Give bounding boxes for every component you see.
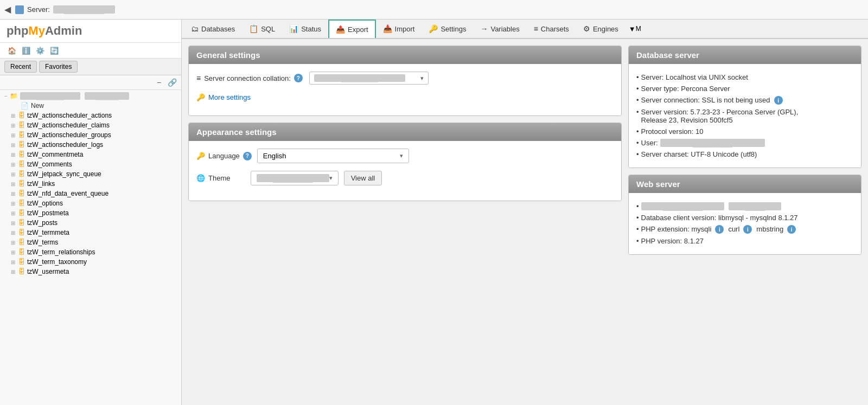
home-icon[interactable]: 🏠 bbox=[7, 45, 17, 56]
collation-list-icon: ≡ bbox=[196, 74, 201, 82]
tree-item[interactable]: ⊞ 🗄 tzW_comments bbox=[0, 159, 181, 169]
tab-export[interactable]: 📤 Export bbox=[328, 20, 376, 39]
web-server-title: Web server bbox=[636, 179, 680, 189]
php-ext-mbstring: mbstring bbox=[756, 225, 783, 233]
mbstring-info-icon[interactable]: i bbox=[787, 225, 796, 234]
content-area: 🗂 Databases 📋 SQL 📊 Status 📤 Export 📥 Im… bbox=[182, 20, 868, 405]
tree-item[interactable]: ⊞ 🗄 tzW_actionscheduler_groups bbox=[0, 130, 181, 140]
tree-item[interactable]: ⊞ 🗄 tzW_term_relationships bbox=[0, 247, 181, 257]
expand-icon: ⊞ bbox=[11, 113, 15, 119]
tab-favorites[interactable]: Favorites bbox=[39, 61, 78, 73]
collation-value-blurred: ████████ bbox=[314, 74, 405, 82]
databases-icon: 🗂 bbox=[191, 24, 199, 33]
collapse-button[interactable]: − bbox=[154, 78, 164, 87]
tree-item[interactable]: ⊞ 🗄 tzW_actionscheduler_logs bbox=[0, 140, 181, 150]
tree-item[interactable]: ⊞ 🗄 tzW_usermeta bbox=[0, 267, 181, 277]
db-server-item: Server charset: UTF-8 Unicode (utf8) bbox=[636, 149, 853, 160]
language-help-icon[interactable]: ? bbox=[243, 152, 252, 160]
php-ext-curl: curl bbox=[728, 225, 739, 233]
db-icon: 🗄 bbox=[18, 248, 25, 256]
language-row: 🔑 Language ? English ▾ bbox=[196, 149, 614, 163]
import-icon: 📥 bbox=[383, 24, 392, 33]
tab-sql[interactable]: 📋 SQL bbox=[242, 20, 282, 38]
database-server-title: Database server bbox=[636, 50, 699, 60]
tree-item[interactable]: ⊞ 🗄 tzW_links bbox=[0, 179, 181, 189]
db-server-item: Server: Localhost via UNIX socket bbox=[636, 72, 853, 83]
tree-item[interactable]: ⊞ 🗄 tzW_actionscheduler_actions bbox=[0, 111, 181, 120]
general-settings-body: ≡ Server connection collation: ? ███████… bbox=[189, 64, 621, 115]
tab-status[interactable]: 📊 Status bbox=[282, 20, 328, 38]
tree-item-new[interactable]: 📄 New bbox=[0, 101, 181, 111]
language-label-wrap: 🔑 Language ? bbox=[196, 152, 252, 160]
tree-item[interactable]: ⊞ 🗄 tzW_terms bbox=[0, 237, 181, 247]
tree-root[interactable]: − 📁 ██████ █████ bbox=[0, 91, 181, 101]
charsets-label: Charsets bbox=[541, 25, 569, 33]
tree-item[interactable]: ⊞ 🗄 tzW_posts bbox=[0, 218, 181, 228]
tab-import[interactable]: 📥 Import bbox=[376, 20, 422, 38]
db-server-text: Server version: 5.7.23-23 - Percona Serv… bbox=[641, 108, 799, 124]
tree-item[interactable]: ⊞ 🗄 tzW_postmeta bbox=[0, 208, 181, 218]
expand-icon: ⊞ bbox=[11, 210, 15, 216]
tree-item[interactable]: ⊞ 🗄 tzW_term_taxonomy bbox=[0, 257, 181, 267]
root-name2-blurred: █████ bbox=[85, 92, 130, 100]
theme-label: Theme bbox=[208, 174, 230, 182]
link-button[interactable]: 🔗 bbox=[167, 78, 177, 87]
tab-variables[interactable]: → Variables bbox=[473, 20, 526, 38]
theme-label-wrap: 🌐 Theme bbox=[196, 174, 245, 182]
tab-engines[interactable]: ⚙ Engines bbox=[576, 20, 626, 38]
collation-select[interactable]: ████████ ▾ bbox=[309, 72, 429, 85]
general-settings-title: General settings bbox=[196, 50, 260, 60]
nav-more-button[interactable]: ▼ M bbox=[626, 20, 644, 38]
more-settings-row: 🔑 More settings bbox=[196, 91, 614, 101]
item-label: tzW_term_relationships bbox=[27, 248, 95, 256]
settings-label: Settings bbox=[441, 25, 466, 33]
tree-item[interactable]: ⊞ 🗄 tzW_options bbox=[0, 198, 181, 208]
language-value: English bbox=[263, 152, 286, 160]
expand-icon: ⊞ bbox=[11, 152, 15, 158]
curl-info-icon[interactable]: i bbox=[743, 225, 752, 234]
tab-charsets[interactable]: ≡ Charsets bbox=[527, 20, 576, 38]
info-icon[interactable]: ℹ️ bbox=[21, 45, 31, 56]
settings-icon[interactable]: ⚙️ bbox=[35, 45, 46, 56]
sidebar-logo: phpMyAdmin bbox=[0, 20, 181, 43]
db-server-item: Server connection: SSL is not being used… bbox=[636, 94, 853, 106]
expand-icon: ⊞ bbox=[11, 162, 15, 168]
refresh-icon[interactable]: 🔄 bbox=[49, 45, 60, 56]
view-all-button[interactable]: View all bbox=[344, 171, 382, 185]
db-icon: 🗄 bbox=[18, 258, 25, 266]
expand-icon: ⊞ bbox=[11, 171, 15, 177]
export-label: Export bbox=[348, 25, 368, 34]
tree-item[interactable]: ⊞ 🗄 tzW_commentmeta bbox=[0, 150, 181, 159]
expand-icon: ⊞ bbox=[11, 240, 15, 246]
tree-item[interactable]: ⊞ 🗄 tzW_nfd_data_event_queue bbox=[0, 189, 181, 198]
engines-icon: ⚙ bbox=[583, 24, 590, 33]
more-settings-link[interactable]: 🔑 More settings bbox=[196, 93, 251, 101]
ssl-info-icon[interactable]: i bbox=[774, 96, 783, 105]
tree-item[interactable]: ⊞ 🗄 tzW_termmeta bbox=[0, 228, 181, 237]
server-text: Server: bbox=[27, 5, 50, 14]
collation-label-text: Server connection collation: bbox=[204, 74, 291, 82]
top-bar: ◀ Server: ████████ bbox=[0, 0, 868, 20]
import-label: Import bbox=[395, 25, 415, 33]
db-server-item: Server type: Percona Server bbox=[636, 83, 853, 94]
db-icon: 🗄 bbox=[18, 180, 25, 188]
tree-item[interactable]: ⊞ 🗄 tzW_actionscheduler_claims bbox=[0, 120, 181, 130]
back-button[interactable]: ◀ bbox=[4, 4, 11, 15]
language-chevron: ▾ bbox=[400, 152, 403, 159]
appearance-settings-header: Appearance settings bbox=[189, 123, 621, 141]
tab-databases[interactable]: 🗂 Databases bbox=[184, 20, 242, 38]
item-label: tzW_actionscheduler_logs bbox=[27, 141, 103, 149]
collation-help-icon[interactable]: ? bbox=[294, 74, 303, 82]
key-icon: 🔑 bbox=[196, 93, 205, 101]
theme-chevron: ▾ bbox=[329, 175, 333, 182]
logo-admin: Admin bbox=[45, 24, 82, 37]
tree-item[interactable]: ⊞ 🗄 tzW_jetpack_sync_queue bbox=[0, 169, 181, 179]
language-select[interactable]: English ▾ bbox=[257, 149, 409, 163]
content-scroll: General settings ≡ Server connection col… bbox=[182, 39, 868, 405]
theme-select[interactable]: ████████ ▾ bbox=[251, 171, 339, 185]
expand-icon: ⊞ bbox=[11, 123, 15, 128]
tab-settings[interactable]: 🔑 Settings bbox=[422, 20, 473, 38]
theme-value-blurred: ████████ bbox=[257, 174, 329, 182]
mysqli-info-icon[interactable]: i bbox=[715, 225, 724, 234]
tab-recent[interactable]: Recent bbox=[4, 61, 37, 73]
